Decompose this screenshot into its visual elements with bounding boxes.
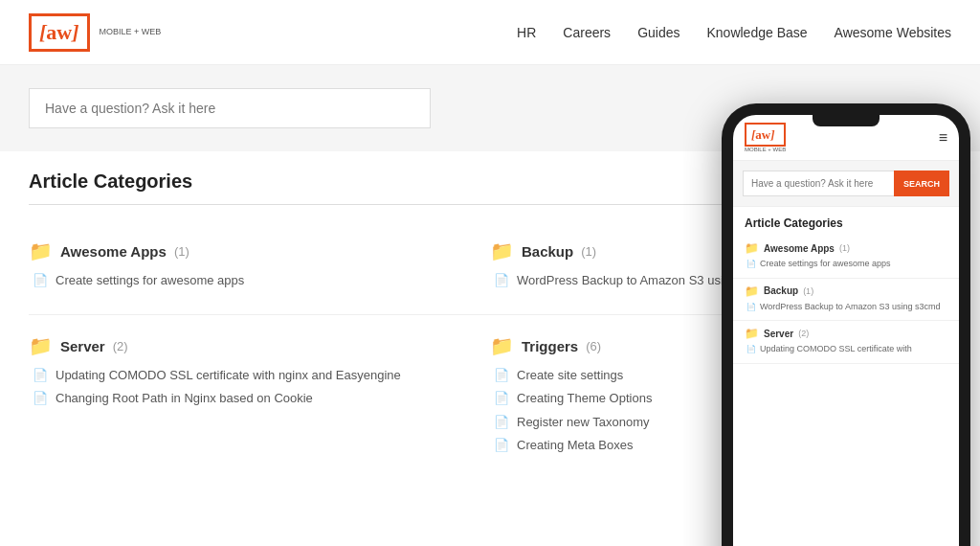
phone-folder-icon: 📁: [745, 327, 759, 340]
phone-category-awesome-apps: 📁 Awesome Apps (1) 📄 Create settings for…: [733, 236, 959, 279]
article-text[interactable]: Create settings for awesome apps: [56, 272, 244, 289]
phone-article-text: Updating COMODO SSL certificate with: [760, 344, 912, 355]
phone-search-button[interactable]: SEARCH: [894, 171, 949, 196]
article-item: 📄 Create settings for awesome apps: [29, 272, 471, 289]
phone-article-item: 📄 WordPress Backup to Amazon S3 using s3…: [745, 302, 947, 313]
article-icon: 📄: [494, 415, 509, 429]
search-input[interactable]: [29, 88, 431, 128]
phone-cat-count: (2): [798, 329, 809, 338]
phone-cat-name: Backup: [764, 285, 798, 296]
phone-search-row: SEARCH: [743, 171, 949, 196]
phone-cat-count: (1): [803, 286, 813, 296]
phone-folder-icon: 📁: [745, 284, 759, 298]
article-item: 📄 Updating COMODO SSL certificate with n…: [29, 367, 471, 384]
phone-outer: [aw] MOBILE + WEB ≡ SEARCH: [722, 103, 970, 546]
logo[interactable]: [aw] MOBILE + WEB: [29, 13, 161, 52]
cat-name-backup: Backup: [522, 243, 573, 260]
nav-guides[interactable]: Guides: [637, 25, 679, 40]
cat-name-awesome-apps: Awesome Apps: [60, 243, 167, 260]
article-icon: 📄: [494, 391, 509, 405]
phone-article-text: Create settings for awesome apps: [760, 259, 891, 270]
phone-category-server: 📁 Server (2) 📄 Updating COMODO SSL certi…: [733, 321, 959, 364]
phone-notch: [813, 115, 880, 126]
folder-icon-awesome-apps: 📁: [29, 239, 53, 262]
article-text[interactable]: Create site settings: [517, 367, 623, 384]
article-text[interactable]: Changing Root Path in Nginx based on Coo…: [56, 390, 313, 407]
phone-search-area: SEARCH: [733, 161, 959, 206]
folder-icon-triggers: 📁: [490, 334, 514, 357]
phone-article-item: 📄 Create settings for awesome apps: [745, 259, 947, 270]
phone-logo-aw: [aw]: [751, 127, 775, 142]
phone-cat-name: Server: [764, 329, 793, 339]
phone-article-icon: 📄: [746, 303, 756, 311]
phone-category-backup: 📁 Backup (1) 📄 WordPress Backup to Amazo…: [733, 279, 959, 322]
article-icon: 📄: [494, 368, 509, 382]
cat-count-triggers: (6): [586, 339, 601, 353]
logo-box: [aw]: [29, 13, 90, 52]
category-server: 📁 Server (2) 📄 Updating COMODO SSL certi…: [29, 315, 490, 479]
folder-icon-backup: 📁: [490, 239, 514, 262]
site-header: [aw] MOBILE + WEB HR Careers Guides Know…: [0, 0, 980, 65]
article-text[interactable]: Updating COMODO SSL certificate with ngi…: [56, 367, 401, 384]
logo-subtitle: MOBILE + WEB: [100, 27, 162, 37]
folder-icon-server: 📁: [29, 334, 53, 357]
article-text[interactable]: Creating Theme Options: [517, 390, 652, 407]
phone-article-icon: 📄: [746, 345, 756, 353]
article-icon: 📄: [494, 438, 509, 452]
hamburger-icon[interactable]: ≡: [939, 129, 947, 147]
phone-logo: [aw] MOBILE + WEB: [745, 123, 786, 152]
article-icon: 📄: [33, 273, 48, 287]
article-text[interactable]: Register new Taxonomy: [517, 414, 650, 431]
nav-hr[interactable]: HR: [517, 25, 536, 40]
article-icon: 📄: [33, 391, 48, 405]
nav-knowledge-base[interactable]: Knowledge Base: [706, 25, 807, 40]
article-text[interactable]: Creating Meta Boxes: [517, 437, 633, 454]
search-container: [29, 88, 431, 128]
phone-folder-icon: 📁: [745, 241, 759, 255]
phone-cat-count: (1): [839, 243, 850, 253]
cat-count-backup: (1): [581, 244, 596, 259]
nav-careers[interactable]: Careers: [563, 25, 611, 40]
phone-logo-box: [aw]: [745, 123, 786, 147]
phone-cat-name: Awesome Apps: [764, 243, 835, 254]
phone-search-input[interactable]: [743, 171, 894, 196]
cat-count-server: (2): [113, 339, 128, 353]
phone-screen: [aw] MOBILE + WEB ≡ SEARCH: [733, 115, 959, 546]
phone-section-title: Article Categories: [733, 207, 959, 236]
phone-mockup-container: [aw] MOBILE + WEB ≡ SEARCH: [683, 65, 980, 546]
article-item: 📄 Changing Root Path in Nginx based on C…: [29, 390, 471, 407]
logo-text: [aw]: [39, 20, 79, 45]
main-nav: HR Careers Guides Knowledge Base Awesome…: [517, 25, 951, 40]
phone-article-text: WordPress Backup to Amazon S3 using s3cm…: [760, 302, 940, 313]
category-awesome-apps: 📁 Awesome Apps (1) 📄 Create settings for…: [29, 220, 490, 315]
nav-awesome-websites[interactable]: Awesome Websites: [835, 25, 951, 40]
cat-count-awesome-apps: (1): [174, 244, 189, 259]
article-icon: 📄: [494, 273, 509, 287]
article-icon: 📄: [33, 368, 48, 382]
phone-logo-subtitle: MOBILE + WEB: [745, 147, 786, 152]
phone-article-item: 📄 Updating COMODO SSL certificate with: [745, 344, 947, 355]
cat-name-server: Server: [60, 338, 105, 354]
cat-name-triggers: Triggers: [522, 338, 578, 354]
phone-article-icon: 📄: [746, 260, 756, 268]
